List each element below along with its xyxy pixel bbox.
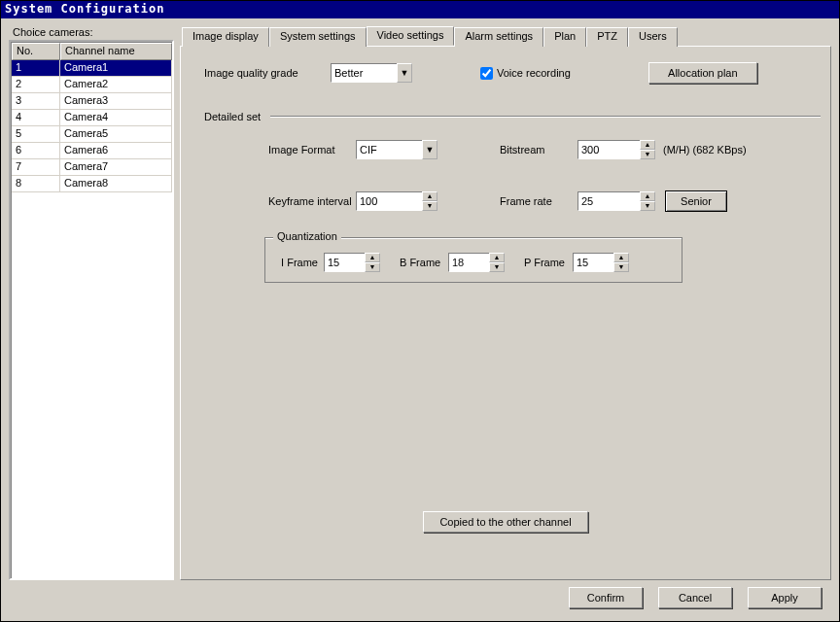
- title-bar: System Configuration: [1, 1, 839, 18]
- cell-name: Camera6: [60, 143, 172, 158]
- framerate-spinner[interactable]: ▲ ▼: [578, 191, 655, 211]
- tab-strip: Image displaySystem settingsVideo settin…: [180, 26, 831, 46]
- spin-up-icon[interactable]: ▲: [640, 140, 655, 150]
- table-row[interactable]: 8Camera8: [12, 176, 172, 192]
- camera-panel: Choice cameras: No. Channel name 1Camera…: [9, 26, 174, 580]
- spin-up-icon[interactable]: ▲: [613, 253, 629, 262]
- iframe-label: I Frame: [275, 257, 324, 268]
- bitstream-spinner[interactable]: ▲ ▼: [578, 140, 655, 159]
- keyframe-label: Keyframe interval: [268, 195, 356, 207]
- image-format-combo[interactable]: ▼: [356, 140, 438, 159]
- table-row[interactable]: 1Camera1: [12, 60, 172, 77]
- keyframe-spinner[interactable]: ▲ ▼: [356, 191, 438, 211]
- table-row[interactable]: 2Camera2: [12, 77, 172, 93]
- iframe-spinner[interactable]: ▲ ▼: [324, 253, 380, 272]
- tab-video-settings[interactable]: Video settings: [367, 26, 455, 46]
- cell-name: Camera5: [60, 126, 172, 142]
- table-row[interactable]: 3Camera3: [12, 93, 172, 110]
- bframe-spinner[interactable]: ▲ ▼: [448, 253, 505, 272]
- footer: Confirm Cancel Apply: [9, 580, 831, 615]
- bframe-label: B Frame: [400, 257, 448, 268]
- table-row[interactable]: 4Camera4: [12, 110, 172, 126]
- spin-up-icon[interactable]: ▲: [489, 253, 505, 262]
- iframe-input[interactable]: [324, 253, 365, 272]
- voice-recording-checkbox[interactable]: Voice recording: [480, 67, 571, 80]
- col-no-header[interactable]: No.: [12, 43, 60, 60]
- detailed-set-label: Detailed set: [204, 111, 261, 122]
- bitstream-unit: (M/H) (682 KBps): [663, 144, 747, 156]
- pframe-input[interactable]: [573, 253, 613, 272]
- tab-users[interactable]: Users: [628, 27, 678, 47]
- spin-up-icon[interactable]: ▲: [640, 191, 655, 201]
- framerate-label: Frame rate: [500, 195, 578, 207]
- confirm-button[interactable]: Confirm: [569, 587, 643, 608]
- table-row[interactable]: 7Camera7: [12, 159, 172, 176]
- tab-alarm-settings[interactable]: Alarm settings: [454, 27, 543, 47]
- spin-down-icon[interactable]: ▼: [613, 262, 629, 272]
- list-header: No. Channel name: [12, 43, 172, 60]
- senior-button[interactable]: Senior: [665, 190, 727, 212]
- col-name-header[interactable]: Channel name: [60, 43, 172, 60]
- list-body: 1Camera12Camera23Camera34Camera45Camera5…: [12, 60, 172, 192]
- camera-label: Choice cameras:: [9, 26, 174, 38]
- dropdown-icon[interactable]: ▼: [397, 63, 412, 83]
- voice-recording-label: Voice recording: [497, 67, 571, 79]
- cell-no: 6: [12, 143, 60, 158]
- spin-down-icon[interactable]: ▼: [422, 201, 438, 211]
- settings-panel: Image displaySystem settingsVideo settin…: [180, 26, 831, 580]
- cancel-button[interactable]: Cancel: [658, 587, 732, 608]
- tab-image-display[interactable]: Image display: [182, 27, 269, 47]
- framerate-input[interactable]: [578, 191, 640, 211]
- quantization-legend: Quantization: [273, 230, 341, 242]
- spin-down-icon[interactable]: ▼: [640, 150, 655, 159]
- apply-button[interactable]: Apply: [748, 587, 822, 608]
- cell-no: 5: [12, 126, 60, 142]
- video-settings-page: Image quality grade ▼ Voice recording Al…: [180, 46, 831, 580]
- cell-no: 3: [12, 93, 60, 109]
- bitstream-input[interactable]: [578, 140, 640, 159]
- table-row[interactable]: 6Camera6: [12, 143, 172, 159]
- image-format-label: Image Format: [268, 144, 356, 156]
- client-area: Choice cameras: No. Channel name 1Camera…: [1, 18, 839, 621]
- bframe-input[interactable]: [448, 253, 489, 272]
- cell-name: Camera2: [60, 77, 172, 92]
- cell-name: Camera7: [60, 159, 172, 175]
- window-title: System Configuration: [5, 2, 165, 16]
- copy-channel-button[interactable]: Copied to the other channel: [423, 511, 588, 533]
- spin-down-icon[interactable]: ▼: [640, 201, 655, 211]
- pframe-spinner[interactable]: ▲ ▼: [573, 253, 629, 272]
- cell-no: 1: [12, 60, 60, 76]
- bitstream-label: Bitstream: [500, 144, 578, 156]
- image-format-input[interactable]: [356, 140, 422, 159]
- spin-down-icon[interactable]: ▼: [489, 262, 505, 272]
- cell-name: Camera8: [60, 176, 172, 191]
- tab-plan[interactable]: Plan: [543, 27, 586, 47]
- image-quality-label: Image quality grade: [204, 67, 331, 79]
- cell-name: Camera4: [60, 110, 172, 125]
- image-quality-input[interactable]: [331, 63, 397, 83]
- camera-listview[interactable]: No. Channel name 1Camera12Camera23Camera…: [9, 40, 174, 580]
- quantization-group: Quantization I Frame ▲ ▼ B Frame: [264, 237, 682, 283]
- allocation-plan-button[interactable]: Allocation plan: [648, 62, 757, 84]
- window: System Configuration Choice cameras: No.…: [0, 0, 840, 622]
- keyframe-input[interactable]: [356, 191, 422, 211]
- pframe-label: P Frame: [524, 257, 573, 268]
- cell-no: 2: [12, 77, 60, 92]
- tab-system-settings[interactable]: System settings: [269, 27, 367, 47]
- dropdown-icon[interactable]: ▼: [422, 140, 438, 159]
- cell-no: 8: [12, 176, 60, 191]
- spin-up-icon[interactable]: ▲: [365, 253, 380, 262]
- table-row[interactable]: 5Camera5: [12, 126, 172, 143]
- cell-no: 7: [12, 159, 60, 175]
- spin-up-icon[interactable]: ▲: [422, 191, 438, 201]
- tab-ptz[interactable]: PTZ: [586, 27, 628, 47]
- spin-down-icon[interactable]: ▼: [365, 262, 380, 272]
- cell-name: Camera3: [60, 93, 172, 109]
- image-quality-combo[interactable]: ▼: [331, 63, 412, 83]
- upper-area: Choice cameras: No. Channel name 1Camera…: [9, 26, 831, 580]
- voice-recording-input[interactable]: [480, 67, 493, 80]
- cell-name: Camera1: [60, 60, 172, 76]
- cell-no: 4: [12, 110, 60, 125]
- divider: [270, 116, 821, 118]
